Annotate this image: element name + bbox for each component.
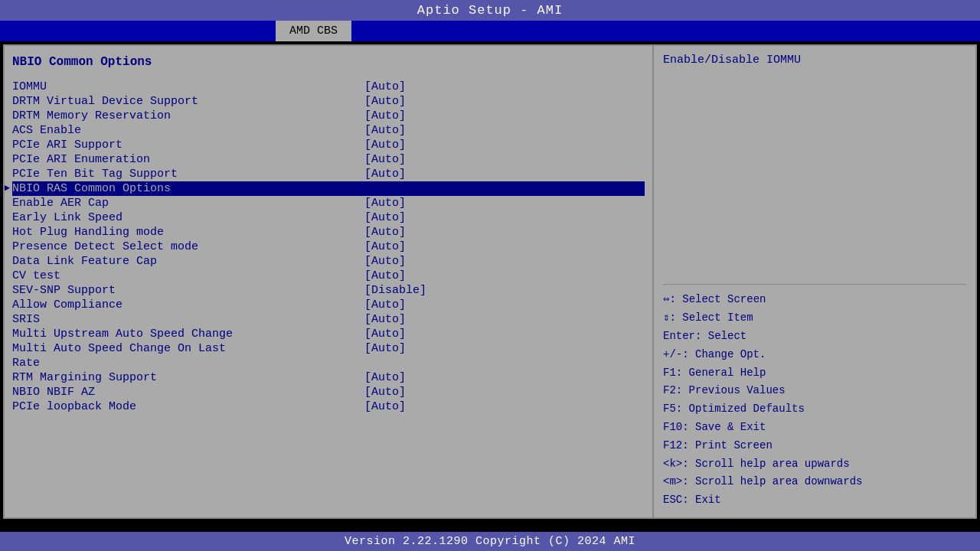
tab-bar: AMD CBS	[0, 21, 980, 41]
key-help-line: ESC: Exit	[663, 491, 966, 510]
help-text: Enable/Disable IOMMU	[663, 54, 966, 67]
menu-item[interactable]: PCIe ARI Enumeration[Auto]	[12, 152, 645, 167]
item-name: DRTM Virtual Device Support	[12, 95, 364, 108]
item-name: Multi Upstream Auto Speed Change	[12, 328, 364, 341]
menu-item[interactable]: RTM Margining Support[Auto]	[12, 370, 645, 385]
item-name: Presence Detect Select mode	[12, 240, 364, 253]
item-name: IOMMU	[12, 80, 364, 93]
submenu-arrow: ►	[5, 182, 10, 195]
menu-item[interactable]: Early Link Speed[Auto]	[12, 210, 645, 225]
title-bar: Aptio Setup - AMI	[0, 0, 980, 21]
item-name: CV test	[12, 269, 364, 282]
item-name: NBIO RAS Common Options	[12, 182, 364, 195]
menu-item[interactable]: Enable AER Cap[Auto]	[12, 196, 645, 210]
item-name: Multi Auto Speed Change On Last	[12, 342, 364, 355]
item-value: [Auto]	[364, 226, 406, 239]
key-help-line: F10: Save & Exit	[663, 419, 966, 437]
item-value: [Auto]	[364, 298, 406, 311]
key-help-line: ⇕: Select Item	[663, 309, 966, 328]
item-value: [Auto]	[364, 168, 406, 181]
item-value: [Auto]	[364, 255, 406, 268]
item-value: [Auto]	[364, 313, 406, 326]
item-value: [Auto]	[364, 95, 406, 108]
item-value: [Auto]	[364, 211, 406, 224]
item-name: Rate	[12, 357, 364, 370]
item-name: SRIS	[12, 313, 364, 326]
menu-item[interactable]: Allow Compliance[Auto]	[12, 298, 645, 312]
menu-item[interactable]: Presence Detect Select mode[Auto]	[12, 240, 645, 254]
item-value: [Auto]	[364, 109, 406, 122]
item-name: DRTM Memory Reservation	[12, 109, 364, 122]
item-value: [Auto]	[364, 342, 406, 355]
left-panel-title: NBIO Common Options	[12, 55, 645, 69]
key-help-line: F12: Print Screen	[663, 437, 966, 455]
key-help-line: Enter: Select	[663, 328, 966, 346]
item-value: [Auto]	[364, 240, 406, 253]
item-value: [Auto]	[364, 328, 406, 341]
menu-item[interactable]: NBIO NBIF AZ[Auto]	[12, 385, 645, 399]
right-panel: Enable/Disable IOMMU ⇔: Select Screen⇕: …	[654, 46, 975, 517]
item-name: Enable AER Cap	[12, 197, 364, 210]
item-name: ACS Enable	[12, 124, 364, 137]
item-value: [Auto]	[364, 386, 406, 399]
item-value: [Disable]	[364, 284, 426, 297]
item-name: PCIe ARI Support	[12, 139, 364, 152]
item-value: [Auto]	[364, 80, 406, 93]
menu-item[interactable]: PCIe ARI Support[Auto]	[12, 138, 645, 152]
menu-item[interactable]: SRIS[Auto]	[12, 312, 645, 327]
menu-item[interactable]: Rate	[12, 356, 645, 370]
item-name: RTM Margining Support	[12, 371, 364, 384]
menu-item[interactable]: Multi Upstream Auto Speed Change[Auto]	[12, 327, 645, 341]
menu-list: IOMMU[Auto]DRTM Virtual Device Support[A…	[12, 80, 645, 414]
key-help-line: F5: Optimized Defaults	[663, 400, 966, 419]
key-help-line: <k>: Scroll help area upwards	[663, 455, 966, 474]
item-name: PCIe ARI Enumeration	[12, 153, 364, 166]
item-value: [Auto]	[364, 153, 406, 166]
item-value: [Auto]	[364, 269, 406, 282]
footer: Version 2.22.1290 Copyright (C) 2024 AMI	[0, 532, 980, 551]
key-help-line: F1: General Help	[663, 364, 966, 383]
menu-item[interactable]: SEV-SNP Support[Disable]	[12, 283, 645, 298]
menu-item[interactable]: DRTM Memory Reservation[Auto]	[12, 109, 645, 123]
item-value: [Auto]	[364, 371, 406, 384]
item-name: NBIO NBIF AZ	[12, 386, 364, 399]
key-help-line: <m>: Scroll help area downwards	[663, 473, 966, 491]
item-name: SEV-SNP Support	[12, 284, 364, 297]
menu-item[interactable]: CV test[Auto]	[12, 269, 645, 283]
item-name: Hot Plug Handling mode	[12, 226, 364, 239]
key-help-line: +/-: Change Opt.	[663, 346, 966, 364]
menu-item[interactable]: ACS Enable[Auto]	[12, 123, 645, 138]
item-name: PCIe Ten Bit Tag Support	[12, 168, 364, 181]
menu-item[interactable]: ►NBIO RAS Common Options	[12, 181, 645, 196]
item-name: Allow Compliance	[12, 298, 364, 311]
menu-item[interactable]: Hot Plug Handling mode[Auto]	[12, 225, 645, 240]
menu-item[interactable]: PCIe Ten Bit Tag Support[Auto]	[12, 167, 645, 181]
key-help-section: ⇔: Select Screen⇕: Select ItemEnter: Sel…	[663, 291, 966, 510]
key-help-line: F2: Previous Values	[663, 382, 966, 400]
item-value: [Auto]	[364, 124, 406, 137]
menu-item[interactable]: Multi Auto Speed Change On Last[Auto]	[12, 341, 645, 356]
main-content: NBIO Common Options IOMMU[Auto]DRTM Virt…	[3, 44, 977, 519]
amd-cbs-tab[interactable]: AMD CBS	[276, 21, 351, 41]
key-help-line: ⇔: Select Screen	[663, 291, 966, 309]
item-name: Early Link Speed	[12, 211, 364, 224]
left-panel: NBIO Common Options IOMMU[Auto]DRTM Virt…	[5, 46, 654, 517]
divider	[663, 284, 966, 285]
item-name: Data Link Feature Cap	[12, 255, 364, 268]
menu-item[interactable]: PCIe loopback Mode[Auto]	[12, 399, 645, 414]
item-value: [Auto]	[364, 197, 406, 210]
menu-item[interactable]: Data Link Feature Cap[Auto]	[12, 254, 645, 269]
menu-item[interactable]: IOMMU[Auto]	[12, 80, 645, 94]
title-text: Aptio Setup - AMI	[417, 3, 563, 18]
item-name: PCIe loopback Mode	[12, 400, 364, 413]
item-value: [Auto]	[364, 400, 406, 413]
item-value: [Auto]	[364, 139, 406, 152]
menu-item[interactable]: DRTM Virtual Device Support[Auto]	[12, 94, 645, 109]
